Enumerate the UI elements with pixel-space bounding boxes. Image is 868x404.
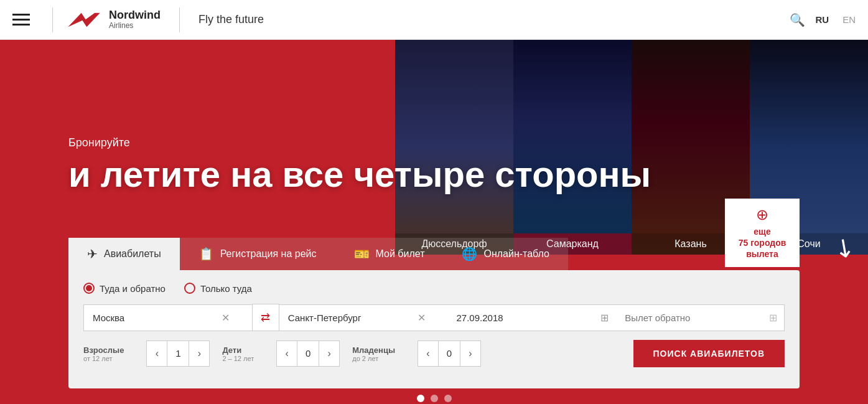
hero-subtitle: Бронируйте	[68, 136, 651, 149]
children-label: Дети	[222, 345, 254, 355]
radio-oneway-label: Только туда	[200, 283, 252, 294]
field-depart-date: ⊞	[448, 304, 617, 331]
return-calendar-icon[interactable]: ⊞	[769, 312, 777, 324]
ticket-icon: 🎫	[354, 247, 370, 261]
carousel-dots	[417, 395, 452, 402]
hero-section: Дюссельдорф Самарканд Казань Сочи Бронир…	[0, 40, 868, 404]
hero-text: Бронируйте и летите на все четыре сторон…	[68, 136, 651, 194]
depart-calendar-icon[interactable]: ⊞	[600, 312, 609, 324]
hero-title: и летите на все четыре стороны	[68, 154, 651, 194]
children-increment[interactable]: ›	[319, 341, 339, 366]
menu-icon[interactable]	[12, 14, 30, 26]
swap-button[interactable]: ⇄	[252, 304, 279, 331]
radio-roundtrip-circle	[83, 283, 95, 294]
return-date-input[interactable]	[616, 304, 785, 331]
radio-roundtrip-label: Туда и обратно	[100, 283, 166, 294]
adults-increment[interactable]: ›	[189, 341, 209, 366]
lang-en-button[interactable]: EN	[842, 14, 856, 25]
children-stepper: ‹ 0 ›	[276, 341, 340, 367]
children-decrement[interactable]: ‹	[277, 341, 297, 366]
adults-stepper: ‹ 1 ›	[146, 341, 210, 367]
tab-myticket-label: Мой билет	[376, 248, 425, 260]
adults-group: Взрослые от 12 лет	[83, 345, 124, 362]
adults-label: Взрослые	[83, 345, 124, 355]
logo-text: Nordwind Airlines	[109, 9, 161, 30]
logo[interactable]: Nordwind Airlines	[65, 9, 161, 31]
tab-departures-label: Онлайн-табло	[483, 248, 549, 260]
tab-departures[interactable]: 🌐 Онлайн-табло	[443, 238, 568, 270]
tab-tickets-label: Авиабилеты	[104, 248, 161, 260]
infants-value: 0	[438, 341, 460, 366]
field-from: ✕	[83, 304, 252, 331]
infants-sub: до 2 лет	[352, 355, 395, 362]
radio-roundtrip[interactable]: Туда и обратно	[83, 283, 166, 294]
checkin-icon: 📋	[198, 247, 214, 261]
infants-decrement[interactable]: ‹	[418, 341, 438, 366]
search-icon[interactable]: 🔍	[790, 12, 805, 27]
radio-oneway-circle	[184, 283, 195, 294]
booking-tabs: ✈ Авиабилеты 📋 Регистрация на рейс 🎫 Мой…	[68, 238, 800, 270]
plane-icon: ✈	[87, 247, 98, 261]
header-tagline: Fly the future	[198, 13, 790, 26]
tab-checkin-label: Регистрация на рейс	[220, 248, 317, 260]
header-divider-1	[52, 7, 53, 32]
radio-oneway[interactable]: Только туда	[184, 283, 252, 294]
infants-increment[interactable]: ›	[460, 341, 480, 366]
passengers-row: Взрослые от 12 лет ‹ 1 › Дети 2 – 12 лет…	[83, 340, 785, 367]
header-actions: 🔍 RU EN	[790, 12, 856, 27]
more-cities-text: еще75 городоввылета	[739, 226, 786, 260]
adults-decrement[interactable]: ‹	[147, 341, 167, 366]
field-return-date: ⊞	[616, 304, 785, 331]
booking-form: Туда и обратно Только туда ✕ ⇄ ✕	[68, 270, 800, 388]
globe-icon: 🌐	[462, 247, 477, 261]
children-value: 0	[297, 341, 319, 366]
tab-myticket[interactable]: 🎫 Мой билет	[335, 238, 444, 270]
tab-checkin[interactable]: 📋 Регистрация на рейс	[180, 238, 335, 270]
header-divider-2	[179, 7, 180, 32]
lang-ru-button[interactable]: RU	[815, 14, 829, 25]
infants-group: Младенцы до 2 лет	[352, 345, 395, 362]
to-clear-icon[interactable]: ✕	[418, 312, 426, 324]
infants-label: Младенцы	[352, 345, 395, 355]
field-to: ✕	[279, 304, 448, 331]
children-group: Дети 2 – 12 лет	[222, 345, 254, 362]
from-clear-icon[interactable]: ✕	[222, 312, 230, 324]
adults-value: 1	[167, 341, 189, 366]
header: Nordwind Airlines Fly the future 🔍 RU EN	[0, 0, 868, 40]
children-sub: 2 – 12 лет	[222, 355, 254, 362]
more-cities-button[interactable]: ⊕ еще75 городоввылета	[725, 199, 800, 267]
adults-sub: от 12 лет	[83, 355, 124, 362]
depart-date-input[interactable]	[448, 304, 617, 331]
route-date-row: ✕ ⇄ ✕ ⊞ ⊞	[83, 304, 785, 331]
dot-3[interactable]	[444, 395, 452, 402]
search-button[interactable]: ПОИСК АВИАБИЛЕТОВ	[633, 340, 785, 367]
infants-stepper: ‹ 0 ›	[418, 341, 481, 367]
plus-icon: ⊕	[756, 206, 768, 223]
tab-tickets[interactable]: ✈ Авиабилеты	[68, 238, 180, 270]
trip-type-group: Туда и обратно Только туда	[83, 283, 785, 294]
dot-2[interactable]	[431, 395, 438, 402]
dot-1[interactable]	[417, 395, 424, 402]
